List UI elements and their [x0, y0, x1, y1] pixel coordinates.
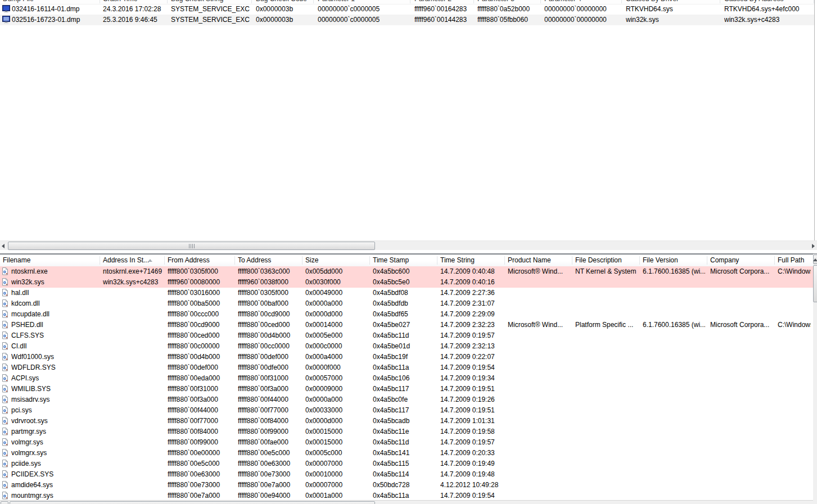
driver-row[interactable]: WMILIB.SYSfffff880`00f31000fffff880`00f3…	[0, 384, 813, 394]
driver-cell-filename: CI.dll	[11, 341, 98, 352]
driver-cell-full-path	[778, 469, 811, 480]
driver-cell-filename: WMILIB.SYS	[11, 384, 98, 394]
driver-cell-to-address: fffff880`00f99000	[238, 426, 300, 437]
scroll-right-arrow-icon[interactable]	[812, 244, 815, 248]
driver-row[interactable]: mcupdate.dllfffff880`00ccc000fffff880`00…	[0, 309, 813, 320]
crash-column-header[interactable]: Parameter 2	[414, 0, 452, 3]
driver-row[interactable]: PSHED.dllfffff880`00cd9000fffff880`00ced…	[0, 320, 813, 330]
driver-cell-time-stamp: 0x4a5be027	[373, 320, 435, 330]
scroll-left-arrow-icon[interactable]	[2, 244, 4, 248]
crash-column-header[interactable]: Crash Time	[103, 0, 137, 3]
crash-column-header[interactable]: Parameter 4	[544, 0, 581, 3]
driver-cell-filename: CLFS.SYS	[11, 330, 98, 341]
driver-cell-file-description	[575, 437, 638, 448]
driver-cell-address-in-stack	[103, 320, 163, 330]
column-separator	[167, 0, 168, 3]
dump-cell-caused-by-driver: RTKVHD64.sys	[626, 4, 718, 15]
driver-column-header[interactable]: File Version	[643, 255, 703, 266]
driver-column-header[interactable]: Filename	[3, 255, 96, 266]
driver-list-header[interactable]: FilenameAddress In St...From AddressTo A…	[0, 255, 813, 267]
driver-row[interactable]: Wdf01000.sysfffff880`00d4b000fffff880`00…	[0, 352, 813, 362]
dump-row[interactable]: 032416-16114-01.dmp24.3.2016 17:02:28SYS…	[0, 4, 814, 15]
driver-cell-address-in-stack	[103, 426, 163, 437]
driver-cell-size: 0x000c0000	[305, 341, 368, 352]
crash-column-header[interactable]: Parameter 1	[318, 0, 355, 3]
driver-row[interactable]: CI.dllfffff880`00c00000fffff880`00cc0000…	[0, 341, 813, 352]
crash-column-header[interactable]: Caused By Driver	[626, 0, 679, 3]
driver-cell-size: 0x0000a000	[305, 394, 368, 405]
driver-cell-time-string: 4.12.2012 10:49:28	[440, 480, 503, 491]
upper-scrollbar-thumb[interactable]	[8, 242, 375, 250]
dump-cell-caused-by-address: RTKVHD64.sys+4efc000	[724, 4, 812, 15]
column-separator	[473, 0, 474, 3]
driver-horizontal-scrollbar-thumb[interactable]	[10, 501, 375, 504]
driver-row[interactable]: volmgrx.sysfffff880`00e00000fffff880`00e…	[0, 448, 813, 458]
driver-cell-address-in-stack	[103, 437, 163, 448]
driver-row[interactable]: win32k.syswin32k.sys+c4283fffff960`00080…	[0, 277, 813, 288]
driver-row[interactable]: vdrvroot.sysfffff880`00f77000fffff880`00…	[0, 416, 813, 426]
driver-cell-file-version	[643, 330, 705, 341]
hscroll-left-button[interactable]	[1, 501, 8, 504]
vertical-scroll-up-button[interactable]	[813, 255, 817, 264]
driver-cell-file-description: Platform Specific ...	[575, 320, 638, 330]
driver-column-header[interactable]: File Description	[575, 255, 635, 266]
driver-row[interactable]: ntoskrnl.exentoskrnl.exe+71469fffff800`0…	[0, 266, 813, 277]
driver-cell-file-description	[575, 373, 638, 384]
driver-column-header[interactable]: From Address	[168, 255, 231, 266]
driver-cell-to-address: fffff880`00f44000	[238, 394, 300, 405]
driver-row[interactable]: kdcom.dllfffff800`00ba5000fffff800`00baf…	[0, 298, 813, 309]
driver-cell-size: 0x0000d000	[305, 309, 368, 320]
driver-row[interactable]: ACPI.sysfffff880`00eda000fffff880`00f310…	[0, 373, 813, 384]
driver-cell-from-address: fffff800`03016000	[168, 288, 233, 298]
driver-cell-full-path	[778, 277, 811, 288]
driver-cell-full-path: C:\Windows	[778, 266, 811, 277]
driver-row[interactable]: WDFLDR.SYSfffff880`00def000fffff880`00df…	[0, 362, 813, 373]
driver-cell-product-name	[508, 426, 570, 437]
driver-column-header[interactable]: To Address	[238, 255, 298, 266]
driver-vertical-scrollbar-thumb[interactable]	[813, 265, 817, 302]
driver-column-header[interactable]: Company	[710, 255, 770, 266]
driver-file-icon	[2, 449, 10, 457]
driver-cell-filename: hal.dll	[11, 288, 98, 298]
driver-cell-full-path	[778, 352, 811, 362]
driver-cell-time-stamp: 0x4a5bc11d	[373, 330, 435, 341]
driver-row[interactable]: pci.sysfffff880`00f44000fffff880`00f7700…	[0, 405, 813, 416]
driver-cell-company	[710, 480, 773, 491]
driver-cell-filename: mcupdate.dll	[11, 309, 98, 320]
driver-row[interactable]: volmgr.sysfffff880`00f99000fffff880`00fa…	[0, 437, 813, 448]
driver-column-header[interactable]: Time String	[440, 255, 500, 266]
driver-cell-file-version: 6.1.7600.16385 (wi...	[643, 320, 705, 330]
crash-column-header[interactable]: Bug Check Code	[256, 0, 307, 3]
driver-row[interactable]: msisadrv.sysfffff880`00f3a000fffff880`00…	[0, 394, 813, 405]
driver-column-header[interactable]: Product Name	[508, 255, 568, 266]
crash-column-header[interactable]: Caused By Address	[724, 0, 783, 3]
driver-row[interactable]: PCIIDEX.SYSfffff880`00e63000fffff880`00e…	[0, 469, 813, 480]
driver-cell-to-address: fffff880`00e5c000	[238, 448, 300, 458]
driver-cell-company	[710, 384, 773, 394]
driver-cell-address-in-stack	[103, 362, 163, 373]
dump-cell-param2: fffff960`00144283	[414, 15, 472, 25]
driver-column-header[interactable]: Size	[305, 255, 365, 266]
driver-vertical-scrollbar[interactable]	[813, 254, 817, 504]
dump-cell-param4: 00000000`00000000	[544, 4, 620, 15]
driver-cell-to-address: fffff960`0038f000	[238, 277, 300, 288]
upper-horizontal-scrollbar[interactable]	[0, 240, 817, 250]
driver-row[interactable]: hal.dllfffff800`03016000fffff800`0305f00…	[0, 288, 813, 298]
driver-row[interactable]: amdide64.sysfffff880`00e73000fffff880`00…	[0, 480, 813, 491]
driver-cell-from-address: fffff960`00080000	[168, 277, 233, 288]
dump-row[interactable]: 032516-16723-01.dmp25.3.2016 9:46:45SYST…	[0, 15, 814, 25]
driver-row[interactable]: pciide.sysfffff880`00e5c000fffff880`00e6…	[0, 458, 813, 469]
driver-file-icon	[2, 267, 10, 275]
driver-row[interactable]: CLFS.SYSfffff880`00ced000fffff880`00d4b0…	[0, 330, 813, 341]
driver-cell-file-description	[575, 384, 638, 394]
crash-column-header[interactable]: Bug Check String	[171, 0, 223, 3]
driver-row[interactable]: partmgr.sysfffff880`00f84000fffff880`00f…	[0, 426, 813, 437]
crash-column-header[interactable]: Parameter 3	[477, 0, 514, 3]
driver-column-header[interactable]: Time Stamp	[373, 255, 433, 266]
driver-cell-to-address: fffff880`00cc0000	[238, 341, 300, 352]
driver-column-header[interactable]: Full Path	[778, 255, 809, 266]
driver-cell-filename: PCIIDEX.SYS	[11, 469, 98, 480]
crash-column-header[interactable]: Dump File	[3, 0, 34, 3]
driver-cell-time-stamp: 0x4a5bc11a	[373, 362, 435, 373]
driver-horizontal-scrollbar[interactable]	[0, 500, 813, 504]
